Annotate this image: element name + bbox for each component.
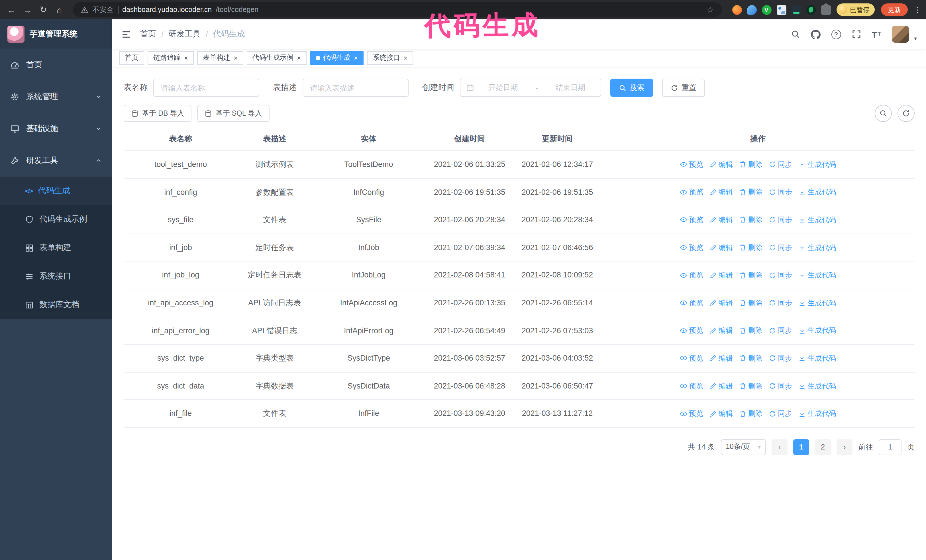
browser-back-icon[interactable]: ← xyxy=(5,3,18,17)
extension-icon-2[interactable] xyxy=(747,5,757,15)
address-bar[interactable]: 不安全 dashboard.yudao.iocoder.cn/tool/code… xyxy=(73,2,722,17)
sync-link[interactable]: 同步 xyxy=(769,297,792,309)
sync-link[interactable]: 同步 xyxy=(769,159,792,171)
hamburger-icon[interactable] xyxy=(121,29,131,39)
sync-link[interactable]: 同步 xyxy=(769,214,792,226)
delete-link[interactable]: 删除 xyxy=(739,214,763,226)
sync-link[interactable]: 同步 xyxy=(769,380,792,392)
preview-link[interactable]: 预览 xyxy=(680,159,703,171)
user-avatar[interactable] xyxy=(892,26,909,43)
date-start-placeholder[interactable]: 开始日期 xyxy=(479,83,528,93)
delete-link[interactable]: 删除 xyxy=(739,325,763,337)
edit-link[interactable]: 编辑 xyxy=(710,242,733,253)
generate-code-link[interactable]: 生成代码 xyxy=(798,325,836,337)
sync-link[interactable]: 同步 xyxy=(769,353,792,364)
sync-link[interactable]: 同步 xyxy=(769,408,792,419)
preview-link[interactable]: 预览 xyxy=(680,187,703,198)
sync-link[interactable]: 同步 xyxy=(769,325,792,337)
generate-code-link[interactable]: 生成代码 xyxy=(798,159,836,171)
reset-button[interactable]: 重置 xyxy=(662,78,705,97)
table-desc-input[interactable] xyxy=(303,78,409,97)
tab-tracing[interactable]: 链路追踪 × xyxy=(148,51,194,65)
next-page-button[interactable]: › xyxy=(837,439,852,455)
profile-sync-paused-chip[interactable]: 已暂停 xyxy=(836,3,875,16)
page-size-select[interactable]: 10条/页 ▾ xyxy=(720,439,766,455)
browser-home-icon[interactable]: ⌂ xyxy=(53,3,66,17)
search-button[interactable]: 搜索 xyxy=(610,78,653,97)
edit-link[interactable]: 编辑 xyxy=(710,380,733,392)
preview-link[interactable]: 预览 xyxy=(680,297,703,309)
sidebar-item-infra[interactable]: 基础设施 xyxy=(0,113,112,145)
extension-icon-6[interactable] xyxy=(806,5,816,15)
preview-link[interactable]: 预览 xyxy=(680,408,703,419)
browser-update-button[interactable]: 更新 xyxy=(881,3,908,16)
avatar-caret-icon[interactable]: ▾ xyxy=(914,35,917,43)
table-name-input[interactable] xyxy=(153,78,259,97)
breadcrumb-devtools[interactable]: 研发工具 xyxy=(169,29,201,39)
sidebar-item-devtools[interactable]: 研发工具 xyxy=(0,145,112,177)
generate-code-link[interactable]: 生成代码 xyxy=(798,214,836,226)
close-icon[interactable]: × xyxy=(234,54,238,61)
extension-icon-4[interactable] xyxy=(776,5,786,15)
prev-page-button[interactable]: ‹ xyxy=(772,439,788,455)
extension-icon-1[interactable] xyxy=(732,5,741,15)
preview-link[interactable]: 预览 xyxy=(680,269,703,281)
sync-link[interactable]: 同步 xyxy=(769,187,792,198)
security-label[interactable]: 不安全 xyxy=(92,5,114,15)
sidebar-item-db-doc[interactable]: 数据库文档 xyxy=(0,291,112,319)
edit-link[interactable]: 编辑 xyxy=(710,214,733,226)
close-icon[interactable]: × xyxy=(404,54,407,61)
fullscreen-icon[interactable] xyxy=(852,30,861,39)
delete-link[interactable]: 删除 xyxy=(739,380,763,392)
preview-link[interactable]: 预览 xyxy=(680,214,703,226)
tab-form-builder[interactable]: 表单构建 × xyxy=(197,51,243,65)
generate-code-link[interactable]: 生成代码 xyxy=(798,380,836,392)
sidebar-item-codegen[interactable]: </> 代码生成 xyxy=(0,177,112,205)
generate-code-link[interactable]: 生成代码 xyxy=(798,408,836,419)
edit-link[interactable]: 编辑 xyxy=(710,325,733,337)
tab-codegen-example[interactable]: 代码生成示例 × xyxy=(247,51,307,65)
delete-link[interactable]: 删除 xyxy=(739,408,763,419)
date-end-placeholder[interactable]: 结束日期 xyxy=(546,83,595,93)
generate-code-link[interactable]: 生成代码 xyxy=(798,353,836,364)
refresh-table-button[interactable] xyxy=(897,105,915,122)
edit-link[interactable]: 编辑 xyxy=(710,297,733,309)
edit-link[interactable]: 编辑 xyxy=(710,353,733,364)
close-icon[interactable]: × xyxy=(297,54,301,61)
delete-link[interactable]: 删除 xyxy=(739,187,763,198)
goto-page-input[interactable] xyxy=(879,439,902,455)
extensions-puzzle-icon[interactable] xyxy=(821,5,831,15)
sidebar-item-system[interactable]: 系统管理 xyxy=(0,81,112,113)
edit-link[interactable]: 编辑 xyxy=(710,408,733,419)
preview-link[interactable]: 预览 xyxy=(680,353,703,364)
date-range-picker[interactable]: 开始日期 - 结束日期 xyxy=(460,78,601,97)
search-icon[interactable] xyxy=(791,30,800,39)
github-icon[interactable] xyxy=(811,29,820,39)
browser-forward-icon[interactable]: → xyxy=(21,3,34,17)
toggle-search-button[interactable] xyxy=(875,105,892,122)
delete-link[interactable]: 删除 xyxy=(739,297,763,309)
page-button-2[interactable]: 2 xyxy=(815,439,831,455)
generate-code-link[interactable]: 生成代码 xyxy=(798,187,836,198)
edit-link[interactable]: 编辑 xyxy=(710,269,733,281)
sidebar-item-codegen-example[interactable]: 代码生成示例 xyxy=(0,205,112,234)
close-icon[interactable]: × xyxy=(184,54,188,61)
sidebar-item-home[interactable]: 首页 xyxy=(0,49,112,81)
import-db-button[interactable]: 基于 DB 导入 xyxy=(124,105,192,122)
edit-link[interactable]: 编辑 xyxy=(710,159,733,171)
sidebar-item-api[interactable]: 系统接口 xyxy=(0,262,112,291)
breadcrumb-home[interactable]: 首页 xyxy=(140,29,156,39)
delete-link[interactable]: 删除 xyxy=(739,242,763,253)
app-logo[interactable]: 芋道管理系统 xyxy=(0,20,112,49)
extension-icon-3[interactable]: V xyxy=(762,5,771,15)
preview-link[interactable]: 预览 xyxy=(680,380,703,392)
bookmark-star-icon[interactable]: ☆ xyxy=(707,5,714,14)
page-button-1[interactable]: 1 xyxy=(793,439,809,455)
sidebar-item-form-builder[interactable]: 表单构建 xyxy=(0,234,112,262)
preview-link[interactable]: 预览 xyxy=(680,242,703,253)
edit-link[interactable]: 编辑 xyxy=(710,187,733,198)
close-icon[interactable]: × xyxy=(354,54,358,61)
browser-reload-icon[interactable]: ↻ xyxy=(36,3,50,17)
font-size-icon[interactable]: TT xyxy=(872,30,881,38)
generate-code-link[interactable]: 生成代码 xyxy=(798,269,836,281)
